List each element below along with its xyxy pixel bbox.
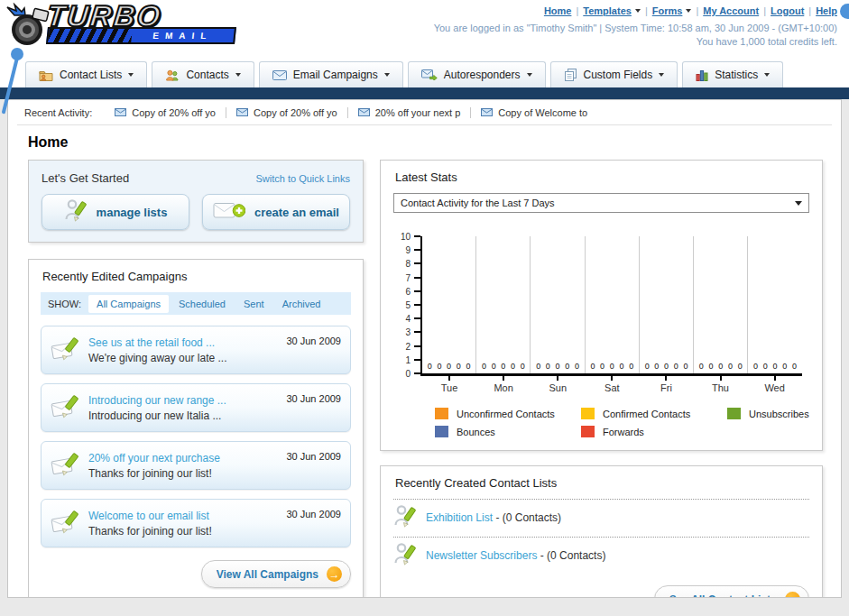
nav-link-help[interactable]: Help — [816, 5, 837, 16]
custom-fields-icon — [564, 69, 577, 81]
logo-banner: EMAIL — [46, 27, 236, 44]
y-axis-tick-label: 8 — [405, 259, 411, 269]
mail-small-icon — [358, 107, 370, 118]
tab-label: Contact Lists — [60, 69, 122, 81]
dropdown-caret-icon — [635, 9, 641, 13]
contact-list-name-link[interactable]: Newsletter Subscribers — [426, 549, 537, 562]
campaign-item[interactable]: See us at the retail food ...We're givin… — [41, 326, 351, 374]
campaign-title-link[interactable]: See us at the retail food ... — [88, 336, 279, 349]
filter-scheduled[interactable]: Scheduled — [171, 295, 234, 313]
see-all-row: See All Contact Lists → — [393, 585, 809, 598]
navy-divider-bar — [0, 87, 849, 99]
filter-archived[interactable]: Archived — [274, 295, 329, 313]
tab-statistics[interactable]: Statistics — [682, 61, 783, 87]
x-axis-label: Sat — [604, 382, 620, 393]
chart-value-labels: 00000 — [586, 362, 639, 371]
y-axis-tick-label: 10 — [401, 232, 411, 242]
stats-period-select[interactable]: Contact Activity for the Last 7 Days — [393, 193, 809, 213]
y-axis-tick-label: 6 — [405, 286, 411, 296]
campaign-item[interactable]: 20% off your next purchaseThanks for joi… — [41, 441, 351, 490]
y-axis-tick-mark — [414, 372, 420, 374]
person-pencil-icon — [64, 198, 88, 225]
mail-small-icon — [481, 107, 493, 118]
x-axis-tick-mark — [611, 376, 613, 381]
nav-link-my-account[interactable]: My Account — [703, 5, 759, 16]
contact-list-item[interactable]: Exhibition List - (0 Contacts) — [393, 499, 809, 537]
page-title: Home — [28, 134, 841, 151]
campaign-title-link[interactable]: Welcome to our email list — [88, 510, 279, 522]
view-all-campaigns-button[interactable]: View All Campaigns → — [201, 560, 351, 588]
envelope-pencil-icon — [51, 510, 81, 538]
recent-activity-item[interactable]: Copy of 20% off yo — [105, 107, 226, 118]
campaign-list: See us at the retail food ...We're givin… — [41, 326, 351, 547]
data-value-label: 0 — [738, 362, 743, 371]
arrow-right-icon: → — [327, 566, 342, 582]
get-started-panel: Let's Get Started Switch to Quick Links … — [28, 160, 364, 243]
tab-label: Contacts — [186, 69, 228, 81]
stats-period-value: Contact Activity for the Last 7 Days — [401, 198, 555, 208]
tab-contacts[interactable]: Contacts — [152, 61, 254, 87]
nav-separator: | — [576, 5, 578, 16]
tab-autoresponders[interactable]: Autoresponders — [408, 61, 546, 87]
filter-all-campaigns[interactable]: All Campaigns — [88, 295, 169, 313]
legend-item-confirmed-contacts: Confirmed Contacts — [581, 408, 727, 419]
nav-separator: | — [808, 5, 811, 16]
recent-activity-items: Copy of 20% off yoCopy of 20% off yo20% … — [105, 107, 597, 118]
contact-list-count: - (0 Contacts) — [493, 511, 561, 524]
nav-link-logout[interactable]: Logout — [771, 5, 804, 16]
tab-custom-fields[interactable]: Custom Fields — [550, 61, 678, 87]
switch-to-quick-links-link[interactable]: Switch to Quick Links — [255, 173, 350, 184]
contact-list-items: Exhibition List - (0 Contacts)Newsletter… — [393, 499, 809, 575]
campaign-title-link[interactable]: Introducing our new range ... — [88, 394, 279, 407]
data-value-label: 0 — [645, 362, 650, 371]
tab-contact-lists[interactable]: Contact Lists — [25, 61, 147, 87]
data-value-label: 0 — [610, 362, 614, 371]
data-value-label: 0 — [620, 362, 624, 371]
recently-edited-campaigns-panel: Recently Edited Campaigns SHOW: All Camp… — [28, 259, 364, 598]
contact-list-item[interactable]: Newsletter Subscribers - (0 Contacts) — [393, 537, 809, 575]
chart-plot: 00000000000000000000000000000000000 — [420, 236, 802, 376]
dropdown-caret-icon — [235, 73, 241, 77]
nav-link-templates[interactable]: Templates — [583, 5, 641, 16]
nav-link-label: Home — [544, 5, 572, 16]
filter-sent[interactable]: Sent — [235, 295, 272, 313]
recent-activity-item-label: Copy of 20% off yo — [254, 107, 337, 118]
data-value-label: 0 — [457, 362, 461, 371]
view-all-campaigns-label: View All Campaigns — [217, 568, 318, 581]
recent-activity-item[interactable]: Copy of 20% off yo — [226, 107, 347, 118]
contact-activity-chart: 012345678910 000000000000000000000000000… — [393, 236, 809, 437]
contact-list-name-link[interactable]: Exhibition List — [426, 511, 493, 524]
recent-activity-item[interactable]: Copy of Welcome to — [470, 107, 597, 118]
tab-email-campaigns[interactable]: Email Campaigns — [259, 61, 403, 87]
nav-link-home[interactable]: Home — [544, 5, 572, 16]
create-an-email-button[interactable]: create an email — [202, 194, 350, 230]
chart-value-labels: 00000 — [748, 362, 801, 371]
campaign-text: Introducing our new range ...Introducing… — [88, 394, 279, 422]
data-value-label: 0 — [447, 362, 451, 371]
manage-lists-button[interactable]: manage lists — [42, 194, 189, 230]
campaign-item[interactable]: Welcome to our email listThanks for join… — [41, 499, 351, 547]
chart-column: 00000 — [748, 236, 801, 373]
see-all-contact-lists-button[interactable]: See All Contact Lists → — [654, 585, 809, 598]
nav-link-forms[interactable]: Forms — [652, 5, 692, 16]
recent-activity-item[interactable]: 20% off your next p — [347, 107, 471, 118]
chart-value-labels: 00000 — [531, 362, 584, 371]
campaign-subtitle: We're giving away our late ... — [88, 352, 279, 364]
y-axis-tick-mark — [414, 277, 420, 279]
nav-separator: | — [696, 5, 698, 16]
envelope-icon — [272, 70, 287, 80]
recent-activity-label: Recent Activity: — [24, 107, 92, 118]
data-value-label: 0 — [511, 362, 515, 371]
envelope-pencil-icon — [51, 452, 81, 480]
x-axis-category: Fri — [639, 376, 693, 393]
dropdown-caret-icon — [384, 73, 390, 77]
y-axis-tick-label: 9 — [405, 245, 411, 255]
data-value-label: 0 — [482, 362, 486, 371]
campaign-item[interactable]: Introducing our new range ...Introducing… — [41, 383, 351, 432]
statistics-icon — [696, 69, 708, 81]
logo-text: TURBO EMAIL — [47, 3, 235, 44]
data-value-label: 0 — [536, 362, 540, 371]
latest-stats-panel: Latest Stats Contact Activity for the La… — [380, 160, 823, 451]
chart-column: 00000 — [694, 236, 748, 373]
campaign-title-link[interactable]: 20% off your next purchase — [88, 452, 279, 464]
